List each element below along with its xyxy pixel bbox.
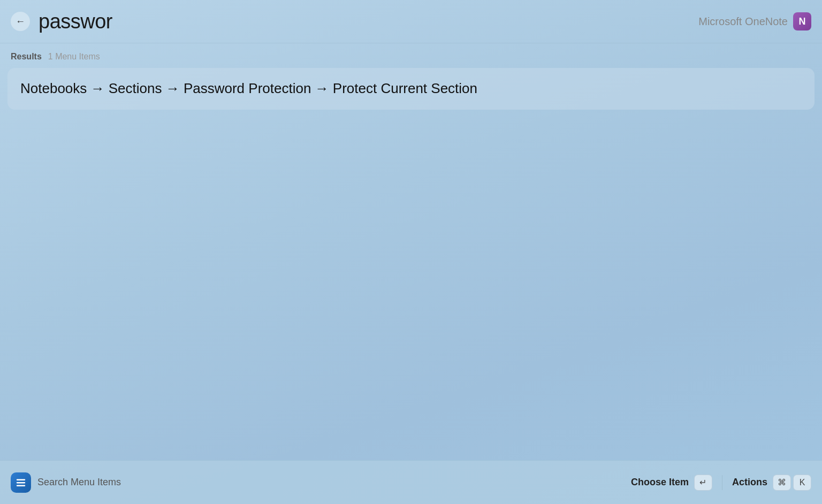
- search-menu-label: Search Menu Items: [37, 477, 121, 488]
- results-section: Results 1 Menu Items Notebooks → Section…: [0, 43, 822, 460]
- separator: [722, 475, 722, 490]
- results-header: Results 1 Menu Items: [7, 52, 815, 62]
- cmd-key-badge: ⌘: [773, 475, 791, 491]
- app-icon: N: [793, 12, 811, 30]
- search-header: ← passwor Microsoft OneNote N: [0, 0, 822, 43]
- key-combo: ⌘ K: [773, 475, 811, 491]
- choose-item-label: Choose Item: [631, 477, 689, 488]
- back-arrow-icon: ←: [16, 16, 25, 27]
- result-path: Notebooks → Sections → Password Protecti…: [20, 80, 477, 98]
- actions-label: Actions: [732, 477, 767, 488]
- enter-key-badge: ↵: [694, 475, 712, 491]
- search-query-text: passwor: [39, 10, 690, 33]
- lines-icon: [15, 477, 27, 488]
- app-name: Microsoft OneNote: [698, 16, 788, 28]
- svg-rect-0: [17, 479, 26, 480]
- k-key-badge: K: [793, 475, 811, 491]
- result-item[interactable]: Notebooks → Sections → Password Protecti…: [7, 68, 815, 110]
- bottom-bar: Search Menu Items Choose Item ↵ Actions …: [0, 460, 822, 504]
- results-count: 1 Menu Items: [48, 52, 100, 62]
- bottom-right: Choose Item ↵ Actions ⌘ K: [631, 475, 811, 491]
- back-button[interactable]: ←: [11, 12, 30, 31]
- svg-rect-1: [17, 482, 26, 483]
- bottom-left: Search Menu Items: [11, 472, 631, 493]
- app-icon-letter: N: [799, 16, 806, 27]
- results-label: Results: [11, 52, 42, 62]
- svg-rect-2: [17, 485, 26, 486]
- search-menu-icon: [11, 472, 31, 493]
- app-info: Microsoft OneNote N: [698, 12, 811, 30]
